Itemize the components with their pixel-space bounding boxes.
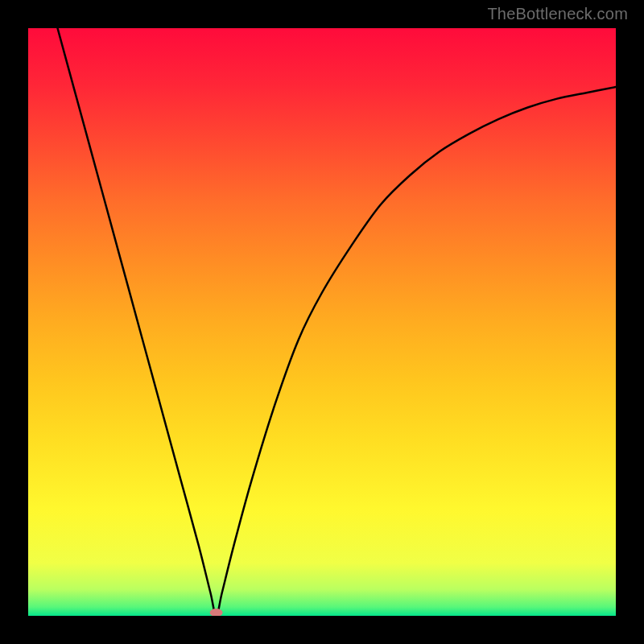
optimal-marker <box>210 609 223 616</box>
plot-area <box>28 28 616 616</box>
bottleneck-curve <box>58 28 617 616</box>
watermark-text: TheBottleneck.com <box>487 5 628 23</box>
chart-container: { "watermark": "TheBottleneck.com", "cha… <box>0 0 644 644</box>
curve-layer <box>28 28 616 616</box>
